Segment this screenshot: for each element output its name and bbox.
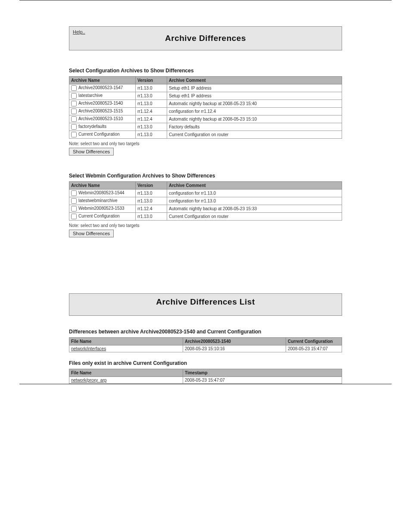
archive-name: Archive20080523-1515 (78, 109, 123, 113)
table-row: network/proxy_arp2008-05-23 15:47:07 (69, 377, 342, 384)
archive-comment: Automatic nightly backup at 2008-05-23 1… (167, 205, 342, 213)
archive-version: rr1.13.0 (136, 100, 167, 108)
archive-comment: configuration for rr1.12.4 (167, 108, 342, 115)
col-comment: Archive Comment (167, 77, 342, 84)
col-file: File Name (69, 369, 183, 377)
col-archive-a: Archive20080523-1540 (183, 338, 286, 345)
archive-version: rr1.12.4 (136, 205, 167, 213)
col-version: Version (136, 182, 167, 190)
help-link[interactable]: Help.. (73, 29, 85, 34)
col-version: Version (136, 77, 167, 84)
table-row: Archive20080523-1540rr1.13.0Automatic ni… (69, 100, 342, 108)
col-archive-name: Archive Name (69, 77, 136, 84)
archive-version: rr1.13.0 (136, 190, 167, 197)
archive-name: Webmin20080523-1544 (78, 190, 125, 195)
show-differences-button[interactable]: Show Differences (69, 148, 114, 156)
table-row: latestwebminarchiverr1.13.0configuration… (69, 197, 342, 205)
table-row: factorydefaultsrr1.13.0Factory defaults (69, 123, 342, 131)
archive-differences-panel: Help.. Archive Differences (69, 26, 342, 50)
bottom-rule (19, 384, 392, 384)
archive-checkbox[interactable] (71, 124, 77, 130)
archive-checkbox[interactable] (71, 132, 77, 137)
archive-name: Archive20080523-1540 (78, 101, 123, 106)
config-archives-table: Archive Name Version Archive Comment Arc… (69, 76, 342, 139)
table-row: Archive20080523-1547rr1.13.0Setup eth1 I… (69, 84, 342, 92)
only-in-table: File Name Timestamp network/proxy_arp200… (69, 369, 342, 384)
archive-version: rr1.12.4 (136, 115, 167, 123)
archive-checkbox[interactable] (71, 101, 77, 106)
col-archive-b: Current Configuration (286, 338, 342, 345)
archive-comment: Setup eth1 IP address (167, 84, 342, 92)
archive-checkbox[interactable] (71, 109, 77, 114)
note-text: Note: select two and only two targets (69, 223, 342, 228)
archive-version: rr1.13.0 (136, 84, 167, 92)
archive-version: rr1.12.4 (136, 108, 167, 115)
timestamp-a: 2008-05-23 15:10:16 (183, 345, 286, 352)
archive-checkbox[interactable] (71, 93, 77, 99)
archive-version: rr1.13.0 (136, 197, 167, 205)
archive-name: Archive20080523-1547 (78, 85, 123, 90)
archive-name: Webmin20080523-1533 (78, 206, 125, 211)
page-title: Archive Differences (73, 34, 338, 43)
config-archives-heading: Select Configuration Archives to Show Di… (69, 68, 342, 74)
timestamp: 2008-05-23 15:47:07 (183, 377, 342, 384)
diff-heading: Differences between archive Archive20080… (69, 329, 342, 335)
table-row: Archive20080523-1515rr1.12.4configuratio… (69, 108, 342, 115)
col-archive-name: Archive Name (69, 182, 136, 190)
top-rule (19, 0, 392, 0)
archive-checkbox[interactable] (71, 116, 77, 122)
archive-version: rr1.13.0 (136, 213, 167, 221)
archive-comment: Current Configuration on router (167, 131, 342, 139)
file-link[interactable]: network/interfaces (71, 346, 106, 351)
archive-name: Current Configuration (78, 132, 120, 137)
archive-comment: Factory defaults (167, 123, 342, 131)
archive-checkbox[interactable] (71, 206, 77, 212)
table-row: network/interfaces2008-05-23 15:10:16200… (69, 345, 342, 352)
archive-comment: Setup eth1 IP address (167, 92, 342, 100)
col-comment: Archive Comment (167, 182, 342, 190)
archive-differences-list-panel: Archive Differences List (69, 293, 342, 316)
table-row: Webmin20080523-1533rr1.12.4Automatic nig… (69, 205, 342, 213)
archive-comment: Automatic nightly backup at 2008-05-23 1… (167, 100, 342, 108)
table-row: latestarchiverr1.13.0Setup eth1 IP addre… (69, 92, 342, 100)
table-row: Webmin20080523-1544rr1.13.0configuration… (69, 190, 342, 197)
list-title: Archive Differences List (73, 297, 338, 307)
archive-name: factorydefaults (78, 124, 106, 129)
only-in-heading: Files only exist in archive Current Conf… (69, 360, 342, 366)
note-text: Note: select two and only two targets (69, 141, 342, 146)
archive-version: rr1.13.0 (136, 92, 167, 100)
table-row: Current Configurationrr1.13.0Current Con… (69, 213, 342, 221)
show-differences-button[interactable]: Show Differences (69, 230, 114, 237)
timestamp-b: 2008-05-23 15:47:07 (286, 345, 342, 352)
archive-comment: configuration for rr1.13.0 (167, 190, 342, 197)
file-link[interactable]: network/proxy_arp (71, 378, 106, 383)
webmin-archives-heading: Select Webmin Configuration Archives to … (69, 173, 342, 179)
table-row: Current Configurationrr1.13.0Current Con… (69, 131, 342, 139)
archive-checkbox[interactable] (71, 85, 77, 91)
archive-checkbox[interactable] (71, 190, 77, 196)
archive-name: Archive20080523-1510 (78, 116, 123, 121)
archive-name: Current Configuration (78, 214, 120, 218)
archive-checkbox[interactable] (71, 198, 77, 204)
diff-table: File Name Archive20080523-1540 Current C… (69, 337, 342, 352)
archive-comment: configuration for rr1.13.0 (167, 197, 342, 205)
col-file: File Name (69, 338, 183, 345)
webmin-archives-table: Archive Name Version Archive Comment Web… (69, 181, 342, 221)
archive-comment: Automatic nightly backup at 2008-05-23 1… (167, 115, 342, 123)
archive-comment: Current Configuration on router (167, 213, 342, 221)
archive-version: rr1.13.0 (136, 131, 167, 139)
col-timestamp: Timestamp (183, 369, 342, 377)
archive-name: latestarchive (78, 93, 103, 98)
archive-name: latestwebminarchive (78, 198, 118, 203)
table-row: Archive20080523-1510rr1.12.4Automatic ni… (69, 115, 342, 123)
archive-version: rr1.13.0 (136, 123, 167, 131)
archive-checkbox[interactable] (71, 214, 77, 219)
